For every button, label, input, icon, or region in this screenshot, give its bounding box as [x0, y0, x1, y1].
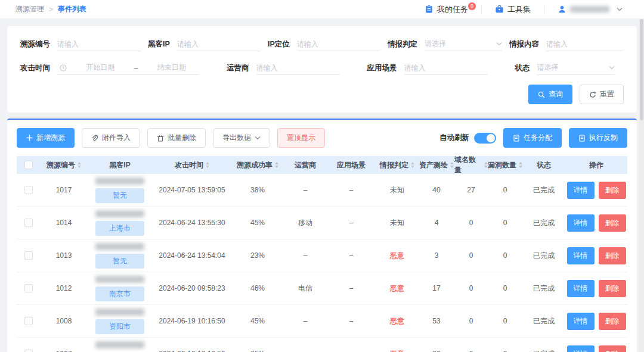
operator-cell: – — [284, 251, 327, 260]
detail-button[interactable]: 详情 — [567, 345, 595, 352]
detail-button[interactable]: 详情 — [567, 313, 595, 330]
batch-delete-label: 批量删除 — [168, 133, 196, 143]
column-header[interactable]: 溯源编号 — [41, 160, 87, 170]
trace-no-input[interactable] — [57, 37, 141, 51]
app-scene-cell: – — [327, 251, 376, 260]
status-cell: 已完成 — [522, 185, 565, 195]
sort-carets-icon[interactable] — [450, 162, 454, 168]
column-label: 运营商 — [295, 160, 316, 170]
document-icon — [578, 135, 586, 142]
column-header[interactable]: 情报判定 — [376, 160, 419, 170]
trace-no-cell: 1017 — [41, 186, 87, 194]
detail-button[interactable]: 详情 — [567, 214, 595, 232]
column-header: 黑客IP — [87, 160, 153, 170]
counter-execute-button[interactable]: 执行反制 — [569, 128, 627, 148]
hacker-ip-redacted — [95, 177, 144, 185]
pin-top-label: 置顶显示 — [287, 133, 315, 143]
user-icon — [558, 5, 566, 14]
hacker-ip-cell: 暂无 — [87, 243, 153, 269]
delete-button[interactable]: 删除 — [599, 313, 626, 330]
status-placeholder: 请选择 — [537, 63, 559, 73]
row-checkbox[interactable] — [24, 186, 33, 194]
delete-button[interactable]: 删除 — [599, 247, 626, 264]
trace-no-label: 溯源编号 — [20, 39, 50, 49]
batch-delete-button[interactable]: 批量删除 — [147, 128, 206, 148]
row-checkbox[interactable] — [24, 251, 33, 260]
row-checkbox[interactable] — [24, 284, 33, 292]
table-row: 1007 中国香港 2024-06-19 10:16:50 25% – – 恶意… — [17, 338, 627, 352]
attack-time-cell: 2024-06-19 10:16:50 — [153, 350, 231, 352]
operator-cell: – — [284, 350, 327, 352]
detail-button[interactable]: 详情 — [567, 182, 595, 199]
column-header[interactable]: 域名数量 — [454, 155, 488, 175]
detail-button[interactable]: 详情 — [567, 280, 595, 297]
intel-judge-select[interactable]: 请选择 — [425, 37, 502, 51]
intel-judge-cell: 恶意 — [376, 284, 419, 294]
scrollbar-thumb[interactable] — [640, 19, 643, 120]
page-scrollbar[interactable] — [639, 19, 644, 352]
select-all-checkbox[interactable] — [24, 161, 33, 169]
export-data-button[interactable]: 导出数据 — [213, 128, 270, 148]
chevron-down-icon — [617, 7, 623, 11]
refresh-icon — [589, 91, 596, 98]
app-scene-cell: – — [327, 350, 376, 352]
delete-button[interactable]: 删除 — [599, 182, 626, 199]
delete-button[interactable]: 删除 — [599, 214, 626, 232]
attack-time-cell: 2024-07-05 13:59:05 — [153, 186, 231, 194]
asset-mapping-cell: 17 — [419, 284, 454, 292]
filter-status: 状态 请选择 — [515, 61, 615, 75]
status-cell: 已完成 — [522, 218, 565, 228]
briefcase-icon — [495, 5, 504, 14]
task-assign-button[interactable]: 任务分配 — [503, 128, 562, 148]
status-select[interactable]: 请选择 — [537, 61, 615, 75]
breadcrumb-parent[interactable]: 溯源管理 — [16, 4, 44, 14]
asset-mapping-cell: 40 — [419, 186, 454, 194]
column-header[interactable]: 漏洞数量 — [488, 160, 522, 170]
trash-icon — [157, 135, 164, 142]
attack-time-cell: 2024-06-19 10:16:50 — [153, 317, 231, 325]
toolkit-button[interactable]: 工具集 — [482, 4, 544, 15]
column-header[interactable]: 资产测绘 — [419, 160, 454, 170]
intel-content-input[interactable] — [546, 37, 624, 51]
trace-no-cell: 1007 — [41, 350, 87, 352]
reset-button[interactable]: 重置 — [580, 85, 624, 104]
sort-carets-icon[interactable] — [411, 162, 414, 168]
sort-carets-icon[interactable] — [78, 162, 81, 168]
success-rate-cell: 23% — [231, 251, 284, 260]
column-header[interactable]: 溯源成功率 — [231, 160, 284, 170]
intel-judge-value: 恶意 — [390, 251, 404, 261]
my-tasks-button[interactable]: 我的任务 0 — [411, 4, 481, 15]
plus-icon — [26, 135, 33, 141]
hacker-ip-input[interactable] — [177, 37, 261, 51]
pin-top-button[interactable]: 置顶显示 — [277, 128, 325, 148]
app-scene-cell: – — [327, 317, 376, 325]
app-scene-input[interactable] — [404, 61, 488, 75]
user-menu[interactable] — [544, 5, 636, 14]
auto-refresh-toggle[interactable] — [474, 133, 496, 144]
intel-judge-value: 恶意 — [390, 316, 404, 326]
vuln-count-cell: 0 — [488, 284, 522, 292]
app-scene-cell: – — [327, 186, 376, 194]
sort-carets-icon[interactable] — [275, 162, 278, 168]
row-checkbox[interactable] — [24, 219, 33, 227]
ip-location-input[interactable] — [297, 37, 380, 51]
trace-no-cell: 1012 — [41, 284, 87, 292]
attack-time-range-picker[interactable]: 开始日期 – 结束日期 — [57, 61, 199, 75]
column-header[interactable]: 攻击时间 — [153, 160, 231, 170]
delete-button[interactable]: 删除 — [599, 345, 626, 352]
actions-cell: 详情 删除 — [565, 247, 627, 264]
add-trace-button[interactable]: 新增溯源 — [17, 128, 75, 148]
sort-carets-icon[interactable] — [206, 162, 209, 168]
row-checkbox[interactable] — [24, 350, 33, 352]
delete-button[interactable]: 删除 — [599, 280, 626, 297]
filter-intel-judge: 情报判定 请选择 — [388, 37, 502, 51]
table-row: 1017 暂无 2024-07-05 13:59:05 38% – – 未知 4… — [17, 174, 627, 207]
operator-input[interactable] — [256, 61, 340, 75]
domain-count-cell: 0 — [454, 251, 488, 260]
detail-button[interactable]: 详情 — [567, 247, 595, 264]
attachment-import-button[interactable]: 附件导入 — [82, 128, 140, 148]
search-button[interactable]: 查询 — [528, 85, 572, 104]
row-checkbox[interactable] — [24, 317, 33, 325]
toolbar-right: 自动刷新 任务分配 执行反制 — [439, 128, 627, 148]
hacker-ip-redacted — [95, 309, 144, 316]
